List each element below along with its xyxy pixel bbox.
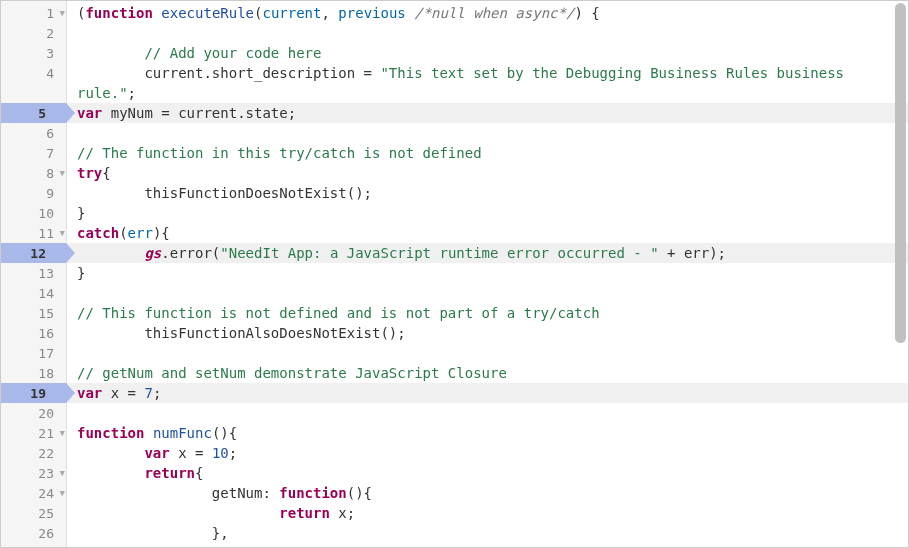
gutter-line-7[interactable]: 7 (1, 143, 66, 163)
gutter-line-23[interactable]: 23▼ (1, 463, 66, 483)
fold-icon[interactable]: ▼ (60, 428, 65, 438)
code-line-23[interactable]: return{ (77, 463, 908, 483)
code-line-18[interactable]: // getNum and setNum demonstrate JavaScr… (77, 363, 908, 383)
fold-icon[interactable]: ▼ (60, 168, 65, 178)
fold-icon[interactable]: ▼ (60, 8, 65, 18)
code-line-6[interactable] (77, 123, 908, 143)
gutter-wrap (1, 83, 66, 103)
gutter-line-5[interactable]: 5 (1, 103, 66, 123)
code-line-12[interactable]: gs.error("NeedIt App: a JavaScript runti… (67, 243, 908, 263)
code-line-22[interactable]: var x = 10; (77, 443, 908, 463)
code-line-15[interactable]: // This function is not defined and is n… (77, 303, 908, 323)
code-line-13[interactable]: } (77, 263, 908, 283)
code-line-26[interactable]: }, (77, 523, 908, 543)
fold-icon[interactable]: ▼ (60, 468, 65, 478)
code-line-5[interactable]: var myNum = current.state; (67, 103, 908, 123)
gutter-line-20[interactable]: 20 (1, 403, 66, 423)
code-line-14[interactable] (77, 283, 908, 303)
code-line-1[interactable]: (function executeRule(current, previous … (77, 3, 908, 23)
gutter-line-21[interactable]: 21▼ (1, 423, 66, 443)
gutter-line-1[interactable]: 1▼ (1, 3, 66, 23)
gutter-line-3[interactable]: 3 (1, 43, 66, 63)
code-line-19[interactable]: var x = 7; (67, 383, 908, 403)
gutter-line-16[interactable]: 16 (1, 323, 66, 343)
code-editor[interactable]: 1▼2345678▼91011▼12131415161718192021▼222… (0, 0, 909, 548)
code-line-17[interactable] (77, 343, 908, 363)
gutter-line-26[interactable]: 26 (1, 523, 66, 543)
fold-icon[interactable]: ▼ (60, 228, 65, 238)
code-line-21[interactable]: function numFunc(){ (77, 423, 908, 443)
gutter-line-24[interactable]: 24▼ (1, 483, 66, 503)
code-area[interactable]: (function executeRule(current, previous … (67, 1, 908, 547)
code-line-11[interactable]: catch(err){ (77, 223, 908, 243)
code-line-8[interactable]: try{ (77, 163, 908, 183)
gutter-line-17[interactable]: 17 (1, 343, 66, 363)
gutter-line-4[interactable]: 4 (1, 63, 66, 83)
code-line-20[interactable] (77, 403, 908, 423)
gutter-line-19[interactable]: 19 (1, 383, 66, 403)
code-line-4b[interactable]: rule."; (77, 83, 908, 103)
gutter-line-15[interactable]: 15 (1, 303, 66, 323)
gutter-line-6[interactable]: 6 (1, 123, 66, 143)
gutter-line-22[interactable]: 22 (1, 443, 66, 463)
code-line-2[interactable] (77, 23, 908, 43)
code-line-9[interactable]: thisFunctionDoesNotExist(); (77, 183, 908, 203)
gutter-line-25[interactable]: 25 (1, 503, 66, 523)
gutter-line-10[interactable]: 10 (1, 203, 66, 223)
gutter-line-12[interactable]: 12 (1, 243, 66, 263)
code-line-4[interactable]: current.short_description = "This text s… (77, 63, 908, 83)
code-line-3[interactable]: // Add your code here (77, 43, 908, 63)
gutter: 1▼2345678▼91011▼12131415161718192021▼222… (1, 1, 67, 547)
code-line-24[interactable]: getNum: function(){ (77, 483, 908, 503)
fold-icon[interactable]: ▼ (60, 488, 65, 498)
gutter-line-14[interactable]: 14 (1, 283, 66, 303)
gutter-line-11[interactable]: 11▼ (1, 223, 66, 243)
gutter-line-9[interactable]: 9 (1, 183, 66, 203)
gutter-line-18[interactable]: 18 (1, 363, 66, 383)
code-line-25[interactable]: return x; (77, 503, 908, 523)
code-line-7[interactable]: // The function in this try/catch is not… (77, 143, 908, 163)
code-line-16[interactable]: thisFunctionAlsoDoesNotExist(); (77, 323, 908, 343)
gutter-line-2[interactable]: 2 (1, 23, 66, 43)
scrollbar[interactable] (895, 3, 906, 343)
code-line-10[interactable]: } (77, 203, 908, 223)
gutter-line-8[interactable]: 8▼ (1, 163, 66, 183)
gutter-line-13[interactable]: 13 (1, 263, 66, 283)
